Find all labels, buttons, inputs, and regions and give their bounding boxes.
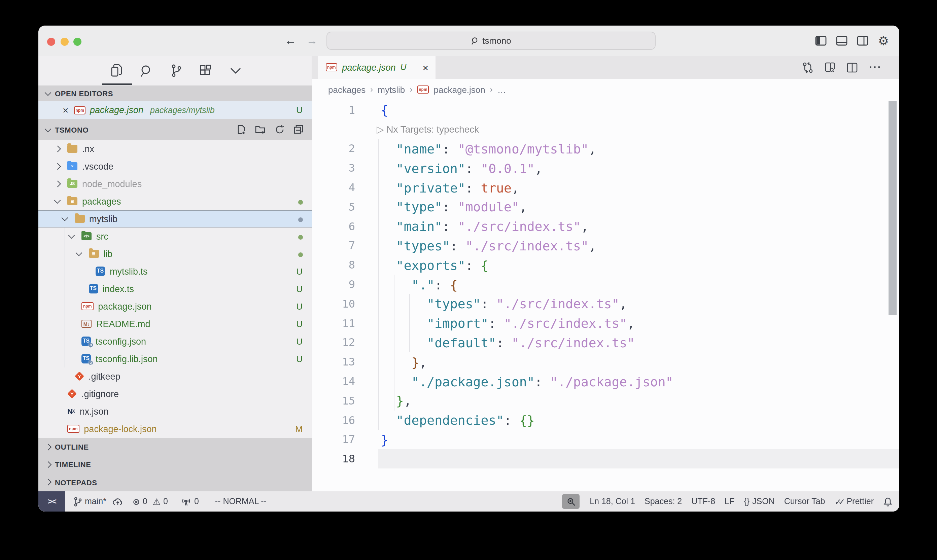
go-forward-button[interactable]: → (306, 26, 318, 56)
breadcrumb-item[interactable]: packages (328, 85, 366, 95)
code-editor[interactable]: 1{▷ Nx Targets: typecheck2 "name": "@tsm… (312, 100, 899, 491)
tree-item-package-json[interactable]: npmpackage.jsonU (38, 297, 311, 315)
tree-item-mytslib-ts[interactable]: TSmytslib.tsU (38, 263, 311, 280)
tree-item-tsconfig-json[interactable]: TStsconfig.jsonU (38, 332, 311, 350)
breadcrumb-tail[interactable]: … (497, 85, 506, 95)
npm-icon: npm (82, 302, 93, 310)
code-line-3[interactable]: 3 "version": "0.0.1", (312, 158, 899, 178)
toggle-secondary-sidebar-icon[interactable] (856, 34, 869, 47)
new-folder-icon[interactable] (255, 125, 266, 135)
close-tab-icon[interactable]: × (422, 62, 428, 73)
source-control-icon[interactable] (169, 64, 183, 78)
tree-item--gitignore[interactable]: Y.gitignore (38, 385, 311, 403)
tree-item--vscode[interactable]: ×.vscode (38, 157, 311, 175)
tree-item--nx[interactable]: .nx (38, 140, 311, 157)
encoding[interactable]: UTF-8 (686, 491, 720, 512)
branch-icon (73, 496, 82, 506)
tree-item-tsconfig-lib-json[interactable]: TStsconfig.lib.jsonU (38, 350, 311, 368)
formatter-status[interactable]: ✓✓ Prettier (830, 491, 879, 512)
outline-section-header[interactable]: OUTLINE (38, 438, 311, 456)
code-line-5[interactable]: 5 "type": "module", (312, 197, 899, 217)
line-number: 2 (312, 142, 355, 155)
language-mode[interactable]: {} JSON (739, 491, 779, 512)
explorer-icon[interactable] (110, 64, 124, 78)
cursor-position[interactable]: Ln 18, Col 1 (585, 491, 640, 512)
code-line-10[interactable]: 10 "types": "./src/index.ts", (312, 294, 899, 314)
code-line-7[interactable]: 7 "types": "./src/index.ts", (312, 236, 899, 255)
code-line-11[interactable]: 11 "import": "./src/index.ts", (312, 314, 899, 333)
search-view-icon[interactable] (139, 64, 154, 78)
toggle-panel-icon[interactable] (835, 34, 848, 47)
close-window-button[interactable] (47, 38, 55, 46)
status-bar: >< main* ⊗ 0 ⚠ 0 (38, 491, 899, 512)
refresh-icon[interactable] (274, 125, 285, 135)
breadcrumb-item[interactable]: mytslib (378, 85, 405, 95)
zoom-window-button[interactable] (73, 38, 82, 46)
code-line-4[interactable]: 4 "private": true, (312, 178, 899, 197)
collapse-all-icon[interactable] (293, 125, 303, 135)
compare-changes-icon[interactable] (802, 62, 813, 73)
codelens-nx-targets[interactable]: ▷ Nx Targets: typecheck (377, 124, 479, 135)
problems-status[interactable]: ⊗ 0 ⚠ 0 (128, 491, 173, 512)
new-file-icon[interactable] (236, 125, 246, 135)
open-editors-header[interactable]: OPEN EDITORS (38, 86, 311, 101)
code-line-13[interactable]: 13 }, (312, 352, 899, 372)
tree-item-mytslib[interactable]: mytslib (38, 210, 311, 228)
vertical-scrollbar[interactable] (889, 101, 897, 315)
tab-package-json[interactable]: npm package.json U × (317, 56, 435, 79)
tree-item-package-lock-json[interactable]: npmpackage-lock.jsonM (38, 420, 311, 437)
indentation[interactable]: Spaces: 2 (640, 491, 686, 512)
breadcrumb-item[interactable]: package.json (434, 85, 485, 95)
chevron-right-icon (45, 444, 51, 450)
notifications-bell[interactable] (879, 491, 894, 512)
more-actions-icon[interactable]: ··· (869, 61, 882, 73)
code-line-6[interactable]: 6 "main": "./src/index.ts", (312, 217, 899, 236)
title-bar[interactable]: ← → tsmono ⚙ (38, 26, 899, 56)
open-preview-icon[interactable] (825, 62, 835, 73)
settings-gear-icon[interactable]: ⚙ (877, 34, 890, 47)
cursor-tab-status[interactable]: Cursor Tab (780, 491, 830, 512)
tree-item--gitkeep[interactable]: Y.gitkeep (38, 368, 311, 385)
code-line-15[interactable]: 15 }, (312, 391, 899, 411)
extensions-icon[interactable] (198, 64, 213, 78)
tree-item-index-ts[interactable]: TSindex.tsU (38, 280, 311, 297)
open-editor-item[interactable]: × npm package.json packages/mytslib U (38, 101, 311, 119)
toggle-primary-sidebar-icon[interactable] (814, 34, 827, 47)
timeline-section-header[interactable]: TIMELINE (38, 456, 311, 474)
remote-indicator[interactable]: >< (38, 491, 65, 512)
breadcrumb-separator: › (409, 85, 412, 94)
chevron-right-icon (45, 462, 51, 468)
tree-item-packages[interactable]: ▣packages (38, 192, 311, 210)
code-line-1[interactable]: 1{ (312, 100, 899, 120)
split-editor-icon[interactable] (847, 62, 858, 72)
code-line-17[interactable]: 17} (312, 430, 899, 449)
more-views-chevron-icon[interactable] (228, 64, 242, 78)
eol-sequence[interactable]: LF (720, 491, 739, 512)
code-line-18[interactable]: 18 (312, 449, 899, 469)
code-line-16[interactable]: 16 "dependencies": {} (312, 411, 899, 430)
code-line-9[interactable]: 9 ".": { (312, 275, 899, 294)
command-center-search[interactable]: tsmono (326, 32, 655, 50)
tree-item-src[interactable]: </>src (38, 228, 311, 245)
close-editor-icon[interactable]: × (63, 104, 69, 116)
tree-item-label: tsconfig.json (95, 336, 146, 346)
tree-item-node-modules[interactable]: JSnode_modules (38, 175, 311, 192)
code-line-8[interactable]: 8 "exports": { (312, 255, 899, 275)
tree-item-nx-json[interactable]: Nnx.json (38, 403, 311, 420)
branch-status[interactable]: main* (65, 491, 128, 512)
minimize-window-button[interactable] (61, 38, 69, 46)
vim-mode-indicator[interactable]: -- NORMAL -- (210, 491, 271, 512)
workspace-header[interactable]: TSMONO (38, 119, 311, 140)
go-back-button[interactable]: ← (285, 26, 296, 56)
ts-icon: TS (95, 266, 105, 276)
zoom-indicator[interactable] (562, 494, 580, 509)
code-line-12[interactable]: 12 "default": "./src/index.ts" (312, 333, 899, 352)
tree-item-readme-md[interactable]: M↓README.mdU (38, 315, 311, 332)
code-line-2[interactable]: 2 "name": "@tsmono/mytslib", (312, 139, 899, 158)
ports-status[interactable]: 0 (177, 491, 204, 512)
code-line-14[interactable]: 14 "./package.json": "./package.json" (312, 372, 899, 391)
codelens-row[interactable]: ▷ Nx Targets: typecheck (312, 120, 899, 139)
tree-item-lib[interactable]: ≣lib (38, 245, 311, 263)
tree-item-label: nx.json (80, 406, 109, 416)
notepads-section-header[interactable]: NOTEPADS (38, 474, 311, 491)
